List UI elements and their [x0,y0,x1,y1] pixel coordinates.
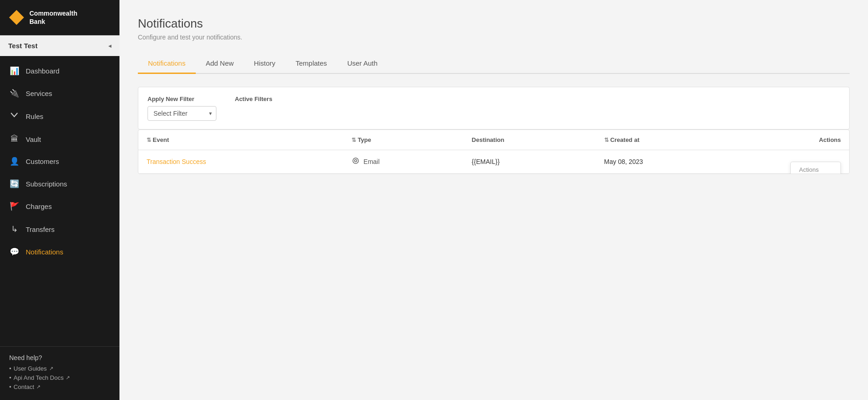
tab-notifications[interactable]: Notifications [138,54,196,74]
email-icon [352,158,360,166]
services-icon: 🔌 [9,89,19,98]
cell-event[interactable]: Transaction Success [138,150,343,174]
sidebar-item-subscriptions[interactable]: 🔄 Subscriptions [0,173,119,195]
col-created-at[interactable]: Created at [596,130,746,150]
sidebar-item-label: Subscriptions [26,180,67,188]
col-actions: Actions [745,130,849,150]
sidebar-item-label: Charges [26,203,52,210]
actions-menu: Actions Edit Test Remove [790,162,841,174]
external-link-icon: ↗ [66,375,70,381]
brand-name: Commonwealth Bank [29,9,77,26]
vault-icon: 🏛 [9,135,19,144]
col-event[interactable]: Event [138,130,343,150]
sidebar-item-label: Rules [26,113,43,120]
table: Event Type Destination Created at Action… [138,130,849,174]
page-subtitle: Configure and test your notifications. [138,34,850,41]
active-filters-label: Active Filters [235,96,840,102]
help-api-docs[interactable]: • Api And Tech Docs ↗ [9,374,110,381]
sidebar-item-dashboard[interactable]: 📊 Dashboard [0,60,119,82]
help-title: Need help? [9,354,110,361]
dashboard-icon: 📊 [9,66,19,76]
rules-icon [9,111,19,122]
page-title: Notifications [138,17,850,31]
type-label: Email [363,158,380,165]
help-contact[interactable]: • Contact ↗ [9,383,110,390]
svg-point-2 [355,160,357,162]
filter-area: Apply New Filter Select Filter Active Fi… [138,87,850,130]
subscriptions-icon: 🔄 [9,179,19,189]
sidebar-item-transfers[interactable]: ↳ Transfers [0,218,119,241]
cell-destination: {{EMAIL}} [464,150,596,174]
main-content: Notifications Configure and test your no… [119,0,868,400]
apply-filter-section: Apply New Filter Select Filter [148,96,216,121]
sidebar-item-label: Transfers [26,225,55,233]
sidebar-item-notifications[interactable]: 💬 Notifications [0,241,119,263]
tab-history[interactable]: History [244,54,286,74]
cell-type: Email [343,150,464,174]
active-filters-section: Active Filters [235,96,840,106]
col-type[interactable]: Type [343,130,464,150]
actions-menu-header[interactable]: Actions [791,162,840,174]
brand-logo [8,9,25,26]
sidebar-header: Commonwealth Bank [0,0,119,35]
sidebar-help: Need help? • User Guides ↗ • Api And Tec… [0,346,119,400]
table-header-row: Event Type Destination Created at Action… [138,130,849,150]
svg-marker-0 [9,10,24,25]
tab-user-auth[interactable]: User Auth [337,54,388,74]
sidebar-item-label: Dashboard [26,67,59,75]
cell-actions: Actions Edit Test Remove [745,150,849,174]
charges-icon: 🚩 [9,202,19,211]
sidebar-item-label: Customers [26,158,59,165]
help-user-guides[interactable]: • User Guides ↗ [9,365,110,372]
sidebar-item-rules[interactable]: Rules [0,105,119,128]
sidebar-nav: 📊 Dashboard 🔌 Services Rules 🏛 Vault 👤 C… [0,56,119,346]
external-link-icon: ↗ [36,384,40,390]
chevron-left-icon: ◂ [108,43,111,49]
sidebar-item-vault[interactable]: 🏛 Vault [0,128,119,150]
sidebar-item-charges[interactable]: 🚩 Charges [0,195,119,218]
sidebar: Commonwealth Bank Test Test ◂ 📊 Dashboar… [0,0,119,400]
table-row: Transaction Success Email [138,150,849,174]
filter-select[interactable]: Select Filter [148,106,216,121]
sidebar-item-label: Notifications [26,248,63,256]
type-cell: Email [352,158,455,166]
filter-select-wrapper: Select Filter [148,106,216,121]
notifications-table: Event Type Destination Created at Action… [138,130,850,174]
sidebar-item-label: Services [26,90,52,97]
sidebar-user[interactable]: Test Test ◂ [0,35,119,56]
tabs-bar: Notifications Add New History Templates … [138,54,850,74]
user-name: Test Test [8,42,38,50]
tab-add-new[interactable]: Add New [196,54,244,74]
sidebar-item-label: Vault [26,135,41,143]
external-link-icon: ↗ [49,366,53,372]
cell-created-at: May 08, 2023 [596,150,746,174]
content-body: Notifications Configure and test your no… [119,0,868,400]
apply-filter-label: Apply New Filter [148,96,216,102]
sidebar-item-customers[interactable]: 👤 Customers [0,150,119,173]
svg-point-1 [353,158,358,163]
notifications-icon: 💬 [9,247,19,257]
sidebar-item-services[interactable]: 🔌 Services [0,82,119,105]
col-destination: Destination [464,130,596,150]
tab-templates[interactable]: Templates [285,54,337,74]
transfers-icon: ↳ [9,224,19,234]
customers-icon: 👤 [9,157,19,166]
